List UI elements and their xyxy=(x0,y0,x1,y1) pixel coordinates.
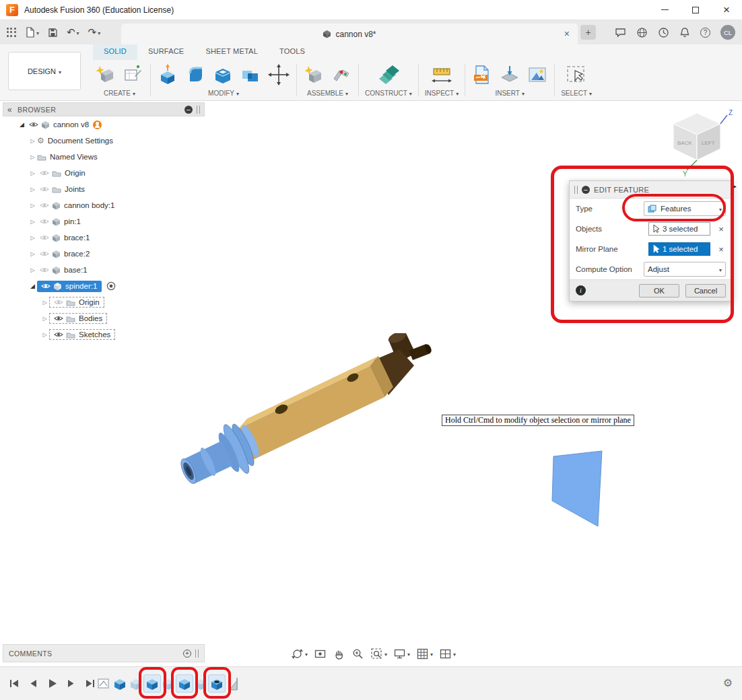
save-button[interactable] xyxy=(48,28,58,38)
tree-row-joints[interactable]: Joints xyxy=(3,181,205,197)
type-dropdown[interactable]: Features xyxy=(644,201,726,216)
move-icon[interactable] xyxy=(267,63,290,86)
dialog-header[interactable]: EDIT FEATURE xyxy=(570,181,732,199)
eye-icon[interactable] xyxy=(40,267,49,273)
palette-expand-icon[interactable] xyxy=(731,182,737,190)
objects-clear-icon[interactable] xyxy=(716,224,726,234)
comments-panel[interactable]: COMMENTS xyxy=(3,644,205,662)
expand-icon[interactable] xyxy=(28,154,37,160)
modify-dropdown[interactable]: MODIFY xyxy=(208,90,239,100)
eye-icon[interactable] xyxy=(54,299,63,306)
tree-row-spinder-sketches[interactable]: Sketches xyxy=(3,326,205,343)
step-forward-button[interactable] xyxy=(65,677,77,690)
create-dropdown[interactable]: CREATE xyxy=(104,90,135,100)
avatar[interactable]: CL xyxy=(720,25,735,40)
objects-selection-chip[interactable]: 3 selected xyxy=(648,222,710,236)
construct-plane-icon[interactable] xyxy=(377,64,400,85)
expand-icon[interactable] xyxy=(18,121,26,128)
tree-row-pin[interactable]: pin:1 xyxy=(3,213,205,230)
add-comment-icon[interactable] xyxy=(183,650,191,658)
timeline-sketch-feature[interactable] xyxy=(95,674,112,693)
eye-icon[interactable] xyxy=(29,121,38,128)
eye-icon[interactable] xyxy=(40,170,49,176)
eye-icon[interactable] xyxy=(40,234,49,241)
file-menu-button[interactable] xyxy=(25,27,39,38)
expand-icon[interactable] xyxy=(28,219,37,225)
timeline-suppressed-feature[interactable] xyxy=(160,674,177,693)
cannon-model[interactable] xyxy=(151,333,441,501)
close-button[interactable] xyxy=(711,0,742,20)
select-dropdown[interactable]: SELECT xyxy=(561,90,592,100)
tree-row-brace-2[interactable]: brace:2 xyxy=(3,246,205,262)
mirror-plane-clear-icon[interactable] xyxy=(716,244,726,254)
new-tab-button[interactable] xyxy=(580,25,596,40)
expand-icon[interactable] xyxy=(28,267,37,273)
eye-icon[interactable] xyxy=(54,331,63,338)
new-component-icon[interactable] xyxy=(303,64,325,85)
info-icon[interactable] xyxy=(576,285,586,295)
expand-icon[interactable] xyxy=(40,300,49,306)
display-settings-button[interactable] xyxy=(393,648,410,660)
eye-icon[interactable] xyxy=(40,186,49,193)
timeline-extrude-feature[interactable] xyxy=(111,674,129,693)
undo-button[interactable] xyxy=(67,26,79,38)
assemble-dropdown[interactable]: ASSEMBLE xyxy=(307,90,348,100)
tree-row-named-views[interactable]: Named Views xyxy=(3,149,205,165)
tree-row-document-settings[interactable]: Document Settings xyxy=(3,133,205,149)
cancel-button[interactable]: Cancel xyxy=(685,284,726,298)
dialog-collapse-icon[interactable] xyxy=(582,186,590,194)
tree-row-base[interactable]: base:1 xyxy=(3,262,205,278)
expand-icon[interactable] xyxy=(28,138,37,144)
select-icon[interactable] xyxy=(565,64,588,85)
insert-dropdown[interactable]: INSERT xyxy=(495,90,525,100)
play-button[interactable] xyxy=(46,677,59,690)
insert-svg-icon[interactable] xyxy=(471,64,493,85)
timeline-settings-gear-icon[interactable] xyxy=(723,676,733,689)
tree-row-origin[interactable]: Origin xyxy=(3,165,205,181)
tab-tools[interactable]: TOOLS xyxy=(269,44,316,60)
grid-snap-button[interactable] xyxy=(416,648,433,660)
notifications-icon[interactable] xyxy=(679,27,690,38)
expand-icon[interactable] xyxy=(28,186,37,193)
selected-row-highlight[interactable]: spinder:1 xyxy=(37,281,102,292)
maximize-button[interactable] xyxy=(680,0,711,20)
expand-icon[interactable] xyxy=(28,203,37,209)
comment-icon[interactable] xyxy=(615,27,626,38)
tab-sheet-metal[interactable]: SHEET METAL xyxy=(195,44,269,60)
expand-icon[interactable] xyxy=(28,170,37,176)
comments-grip[interactable] xyxy=(195,650,199,658)
expand-icon[interactable] xyxy=(28,235,37,241)
dialog-grip[interactable] xyxy=(574,186,578,194)
tree-row-spinder-origin[interactable]: Origin xyxy=(3,294,205,310)
tree-row-cannon-body[interactable]: cannon body:1 xyxy=(3,197,205,213)
workspace-selector[interactable]: DESIGN xyxy=(8,52,81,90)
timeline-hole-feature[interactable] xyxy=(208,674,226,693)
history-icon[interactable] xyxy=(658,27,669,38)
shell-icon[interactable] xyxy=(212,64,234,85)
tree-row-root[interactable]: cannon v8 xyxy=(3,116,205,133)
selection-dashed-highlight[interactable]: Bodies xyxy=(49,313,107,324)
eye-icon[interactable] xyxy=(54,315,63,322)
measure-icon[interactable] xyxy=(430,64,453,85)
zoom-button[interactable] xyxy=(351,648,364,660)
fit-button[interactable] xyxy=(370,648,387,660)
tree-row-spinder-selected[interactable]: spinder:1 xyxy=(3,278,205,294)
pan-button[interactable] xyxy=(333,648,345,660)
tab-surface[interactable]: SURFACE xyxy=(137,44,195,60)
browser-minimize-icon[interactable] xyxy=(184,106,193,114)
eye-icon[interactable] xyxy=(40,202,49,209)
combine-icon[interactable] xyxy=(240,64,261,85)
step-back-button[interactable] xyxy=(27,677,40,690)
viewcube[interactable]: BACK LEFT Z Y xyxy=(659,106,738,178)
selection-dashed-highlight[interactable]: Sketches xyxy=(49,329,115,340)
browser-collapse-icon[interactable] xyxy=(7,105,12,114)
insert-mesh-icon[interactable] xyxy=(499,64,520,85)
eye-icon[interactable] xyxy=(41,283,50,289)
expand-icon[interactable] xyxy=(40,332,49,338)
expand-icon[interactable] xyxy=(40,316,49,322)
look-at-button[interactable] xyxy=(314,648,327,660)
timeline-suppressed-feature[interactable] xyxy=(192,674,209,693)
app-grid-button[interactable] xyxy=(7,28,16,37)
browser-grip[interactable] xyxy=(197,106,200,114)
redo-button[interactable] xyxy=(88,26,101,38)
